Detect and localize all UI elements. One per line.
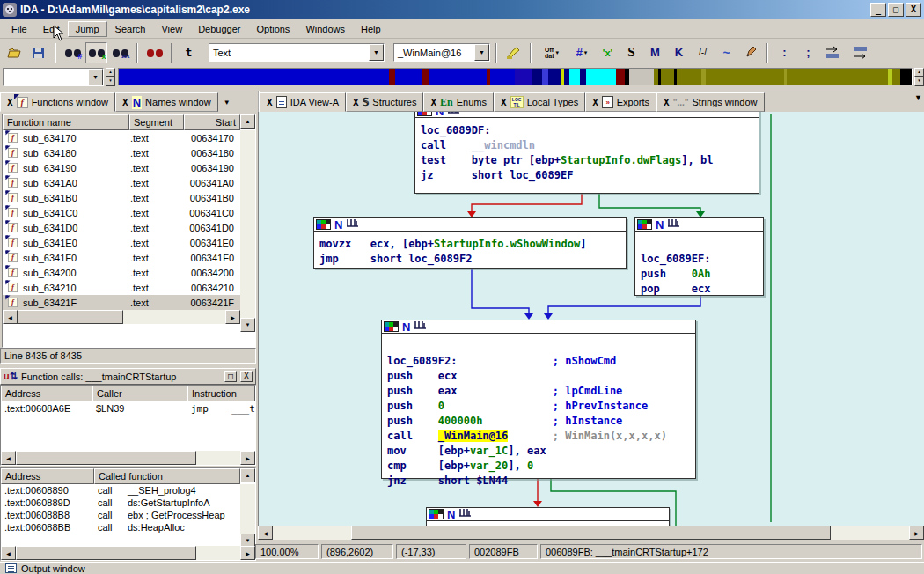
- block-color-icon[interactable]: [417, 112, 432, 116]
- graph-hscrollbar[interactable]: ◀ ▶: [258, 526, 924, 540]
- callee-row[interactable]: .text:00608890call__SEH_prolog4: [1, 484, 255, 497]
- search-data-button[interactable]: [143, 42, 165, 63]
- close-tab-icon[interactable]: X: [353, 97, 359, 108]
- function-row[interactable]: fsub_6341F0.text006341F0: [3, 250, 255, 265]
- basic-block[interactable]: Nloc_6089DF:call __wincmdlntest byte ptr…: [414, 112, 759, 194]
- block-name-icon[interactable]: N: [334, 218, 342, 232]
- function-row[interactable]: fsub_63421F.text0063421F: [3, 295, 255, 310]
- callees-hscrollbar[interactable]: ◀ ▶: [1, 546, 255, 560]
- function-calls-titlebar[interactable]: u⇅ Function calls: ___tmainCRTStartup □ …: [0, 368, 256, 385]
- functions-hscrollbar[interactable]: ◀ ▶: [3, 310, 240, 324]
- colorize-brush-button[interactable]: [502, 42, 524, 63]
- basic-block[interactable]: N loc_6089EF:push 0Ahpop ecx: [634, 217, 764, 296]
- block-color-icon[interactable]: [429, 509, 444, 519]
- title-bar[interactable]: IDA - D:\AdamMil\games\capitalism2\cap2.…: [0, 0, 924, 19]
- block-name-icon[interactable]: N: [436, 112, 444, 118]
- search-text-combo[interactable]: Text ▼: [209, 43, 385, 62]
- close-panel-button[interactable]: X: [240, 371, 253, 382]
- array-button[interactable]: M: [644, 42, 666, 63]
- search-values-button[interactable]: 101: [109, 42, 131, 63]
- col-address[interactable]: Address: [1, 386, 92, 401]
- scroll-right-icon[interactable]: ▶: [225, 310, 240, 324]
- col-called-function[interactable]: Called function: [94, 468, 240, 484]
- function-row[interactable]: fsub_634190.text00634190: [3, 160, 255, 175]
- char-button[interactable]: 'x': [597, 42, 619, 63]
- col-start[interactable]: Start: [184, 114, 240, 130]
- block-group-icon[interactable]: [667, 218, 681, 231]
- menu-item-jump[interactable]: Jump: [68, 21, 107, 37]
- scroll-down-icon[interactable]: ▼: [240, 318, 255, 332]
- xref-to-button[interactable]: [849, 42, 876, 63]
- save-button[interactable]: [27, 42, 49, 63]
- basic-block[interactable]: Nmovzx ecx, [ebp+StartupInfo.wShowWindow…: [313, 217, 627, 269]
- block-color-icon[interactable]: [637, 219, 652, 230]
- block-color-icon[interactable]: [384, 321, 399, 332]
- close-tab-icon[interactable]: X: [430, 97, 436, 108]
- tab-functions-window[interactable]: XfFunctions window: [0, 92, 115, 112]
- ida-graph-view[interactable]: Nloc_6089DF:call __wincmdlntest byte ptr…: [258, 112, 924, 526]
- scroll-right-icon[interactable]: ▶: [909, 526, 924, 540]
- basic-block[interactable]: N loc_6089F2: ; nShowCmdpush ecxpush eax…: [381, 320, 696, 479]
- number-format-button[interactable]: #▾: [568, 42, 595, 63]
- left-tab-overflow-button[interactable]: ▼: [218, 92, 236, 112]
- function-row[interactable]: fsub_6341C0.text006341C0: [3, 205, 255, 220]
- menu-item-search[interactable]: Search: [107, 21, 154, 37]
- close-button[interactable]: X: [906, 3, 921, 17]
- col-instruction[interactable]: Instruction: [187, 386, 255, 401]
- band-zoom-spinner[interactable]: ▴▾: [106, 68, 115, 86]
- tab-structures[interactable]: X𝕊Structures: [346, 92, 423, 112]
- function-row[interactable]: fsub_6341A0.text006341A0: [3, 175, 255, 190]
- caller-row[interactable]: .text:00608A6E$LN39jmp ___tr: [1, 401, 255, 416]
- comment-button[interactable]: ;: [797, 42, 819, 63]
- name-combo[interactable]: _WinMain@16 ▼: [393, 43, 490, 62]
- block-group-icon[interactable]: [447, 112, 461, 117]
- callers-hscrollbar[interactable]: ◀ ▶: [1, 451, 255, 465]
- tab-exports[interactable]: X»Exports: [585, 92, 656, 112]
- anterior-lines-button[interactable]: ~: [715, 42, 737, 63]
- col-address[interactable]: Address: [1, 468, 94, 484]
- output-window-bar[interactable]: Output window: [0, 562, 924, 574]
- minimize-button[interactable]: _: [870, 3, 886, 17]
- navigation-band[interactable]: [118, 68, 913, 85]
- maximize-panel-button[interactable]: □: [224, 371, 237, 382]
- block-name-icon[interactable]: N: [656, 218, 664, 232]
- menu-item-edit[interactable]: Edit: [35, 21, 68, 37]
- col-function-name[interactable]: Function name: [3, 114, 129, 130]
- maximize-button[interactable]: □: [888, 3, 904, 17]
- menu-item-help[interactable]: Help: [353, 21, 389, 37]
- xref-from-button[interactable]: [821, 42, 847, 63]
- struct-var-button[interactable]: K: [668, 42, 690, 63]
- function-row[interactable]: fsub_634200.text00634200: [3, 265, 255, 280]
- callee-row[interactable]: .text:006088BBcallds:HeapAlloc: [1, 521, 255, 534]
- close-tab-icon[interactable]: X: [592, 97, 598, 108]
- tab-strings-window[interactable]: X"..."Strings window: [656, 92, 764, 112]
- function-row[interactable]: fsub_6341E0.text006341E0: [3, 235, 255, 250]
- basic-block[interactable]: N: [426, 507, 670, 526]
- scroll-right-icon[interactable]: ▶: [240, 451, 255, 465]
- col-caller[interactable]: Caller: [92, 386, 187, 401]
- scroll-left-icon[interactable]: ◀: [1, 546, 16, 560]
- callee-row[interactable]: .text:0060889Dcallds:GetStartupInfoA: [1, 497, 255, 509]
- chevron-down-icon[interactable]: ▼: [369, 44, 384, 61]
- scroll-left-icon[interactable]: ◀: [258, 526, 273, 540]
- scroll-up-icon[interactable]: ▲: [240, 114, 255, 129]
- data-offset-button[interactable]: Offdat▾: [537, 42, 567, 63]
- chevron-down-icon[interactable]: ▼: [474, 44, 489, 61]
- chevron-down-icon[interactable]: ▼: [88, 69, 103, 85]
- function-row[interactable]: fsub_634180.text00634180: [3, 145, 255, 160]
- search-names-button[interactable]: #: [62, 42, 84, 63]
- tab-ida-view-a[interactable]: XIDA View-A: [260, 92, 346, 112]
- quick-search-combo[interactable]: ▼: [3, 68, 104, 86]
- menu-item-debugger[interactable]: Debugger: [190, 21, 248, 37]
- function-row[interactable]: fsub_634210.text00634210: [3, 280, 255, 295]
- block-name-icon[interactable]: N: [447, 508, 455, 521]
- functions-vscrollbar[interactable]: ▼: [240, 130, 255, 332]
- band-scroll-spinner[interactable]: ▴▾: [914, 68, 924, 86]
- menu-item-windows[interactable]: Windows: [297, 21, 353, 37]
- menu-item-options[interactable]: Options: [248, 21, 297, 37]
- block-color-icon[interactable]: [316, 219, 331, 230]
- align-button[interactable]: /-/: [692, 42, 714, 63]
- tab-names-window[interactable]: XNNames window: [115, 92, 218, 112]
- tab-local-types[interactable]: XLOCTILLocal Types: [494, 92, 585, 112]
- tab-overflow-button[interactable]: ▼: [914, 93, 922, 102]
